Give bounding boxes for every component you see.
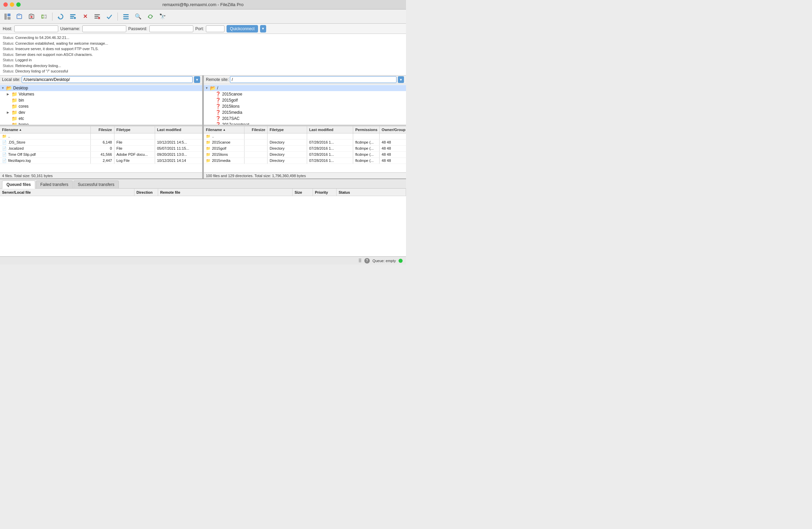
transfer-col-size: Size: [293, 189, 313, 196]
svg-rect-16: [70, 18, 73, 19]
local-tree-item[interactable]: ▶📁dev: [0, 110, 202, 115]
username-input[interactable]: [82, 25, 126, 32]
svg-rect-14: [70, 14, 75, 15]
local-col-filename[interactable]: Filename ▲: [0, 126, 91, 133]
local-dir-tree[interactable]: ▼📂Desktop▶📁Volumes📁bin📁cores▶📁dev📁etc📁ho…: [0, 84, 202, 125]
remote-col-filename[interactable]: Filename ▲: [204, 126, 245, 133]
remote-col-filetype[interactable]: Filetype: [267, 126, 307, 133]
local-file-row[interactable]: 📄filezillapro.log 2,447 Log File 10/12/2…: [0, 158, 202, 164]
remote-col-permissions[interactable]: Permissions: [353, 126, 380, 133]
toolbar: ✕ 🔍 🔭: [0, 10, 406, 24]
find-files-button[interactable]: 🔭: [157, 11, 168, 22]
svg-point-17: [74, 17, 76, 19]
remote-site-bar: Remote site: ▼: [204, 75, 406, 84]
sync-browse-button[interactable]: [145, 11, 156, 22]
search-button[interactable]: 🔍: [133, 11, 144, 22]
local-site-dropdown-button[interactable]: ▼: [194, 76, 200, 83]
svg-rect-4: [18, 14, 20, 15]
local-tree-item[interactable]: 📁home: [0, 121, 202, 125]
remote-site-dropdown-button[interactable]: ▼: [398, 76, 404, 83]
remote-tree-item[interactable]: ▼📂/: [204, 85, 406, 91]
clear-queue-button[interactable]: [92, 11, 103, 22]
local-file-list[interactable]: 📁.. 📄.DS_Store 6,148 File 10/12/2021 14:…: [0, 133, 202, 172]
quickconnect-button[interactable]: Quickconnect: [227, 25, 258, 32]
remote-site-input[interactable]: [230, 76, 396, 83]
remote-file-row[interactable]: 📁2015canoe Directory 07/28/2016 1... flc…: [204, 140, 406, 146]
process-queue-button[interactable]: [68, 11, 78, 22]
status-line: Status: Logged in: [3, 57, 403, 63]
remote-file-list-header: Filename ▲ Filesize Filetype Last modifi…: [204, 126, 406, 133]
transfer-tab[interactable]: Queued files: [2, 181, 35, 189]
site-manager-button[interactable]: [2, 11, 13, 22]
title-bar: remaxmi@ftp.remaxmi.com - FileZilla Pro: [0, 0, 406, 10]
status-line: Status: Server does not support non-ASCI…: [3, 52, 403, 58]
svg-rect-24: [123, 16, 129, 17]
password-input[interactable]: [149, 25, 193, 32]
remote-tree-item[interactable]: ❓2015lions: [204, 103, 406, 110]
toolbar-sep-2: [117, 13, 118, 21]
maximize-button[interactable]: [16, 2, 21, 7]
remote-col-filesize[interactable]: Filesize: [245, 126, 267, 133]
status-line: Status: Connection established, waiting …: [3, 41, 403, 46]
close-button[interactable]: [3, 2, 8, 7]
svg-rect-18: [95, 14, 100, 15]
local-file-row[interactable]: 📁..: [0, 133, 202, 140]
local-col-modified[interactable]: Last modified: [155, 126, 202, 133]
transfer-section: Queued filesFailed transfersSuccessful t…: [0, 178, 406, 256]
local-tree-item[interactable]: ▼📂Desktop: [0, 85, 202, 91]
local-site-label: Local site:: [2, 77, 20, 82]
transfer-queue-content: [0, 196, 406, 256]
transfer-col-remote: Remote file: [158, 189, 293, 196]
local-col-filesize[interactable]: Filesize: [91, 126, 114, 133]
local-tree-item[interactable]: 📁bin: [0, 97, 202, 103]
transfer-tab[interactable]: Successful transfers: [73, 181, 119, 188]
local-tree-item[interactable]: 📁cores: [0, 103, 202, 110]
confirm-button[interactable]: [104, 11, 115, 22]
remote-col-modified[interactable]: Last modified: [307, 126, 353, 133]
username-label: Username:: [60, 26, 80, 31]
remote-file-list[interactable]: 📁.. 📁2015canoe Directory 07/28/2016 1...…: [204, 133, 406, 172]
remote-dir-tree[interactable]: ▼📂/❓2015canoe❓2015golf❓2015lions❓2015med…: [204, 84, 406, 125]
port-input[interactable]: [206, 25, 224, 32]
minimize-button[interactable]: [10, 2, 14, 7]
refresh-button[interactable]: [55, 11, 66, 22]
close-tab-button[interactable]: [26, 11, 37, 22]
local-site-input[interactable]: [22, 76, 193, 83]
window-controls: [3, 2, 21, 7]
toggle-panel-button[interactable]: [39, 11, 49, 22]
local-col-filetype[interactable]: Filetype: [114, 126, 155, 133]
local-tree-item[interactable]: 📁etc: [0, 115, 202, 121]
local-file-row[interactable]: 📄.DS_Store 6,148 File 10/12/2021 14:5...: [0, 140, 202, 146]
cancel-button[interactable]: ✕: [79, 11, 90, 22]
app-status-bar: ⠿ ? Queue: empty: [0, 256, 406, 264]
remote-file-row[interactable]: 📁2015lions Directory 07/28/2016 1... flc…: [204, 152, 406, 158]
remote-panel: Remote site: ▼ ▼📂/❓2015canoe❓2015golf❓20…: [204, 75, 406, 179]
local-file-row[interactable]: 📄.localized 0 File 05/07/2021 11:15...: [0, 146, 202, 152]
local-status-bar: 4 files. Total size: 50,161 bytes: [0, 172, 202, 178]
svg-rect-6: [30, 14, 32, 15]
remote-tree-item[interactable]: ❓2017SAC: [204, 115, 406, 121]
local-file-row[interactable]: 📄Time Off Slip.pdf 41,566 Adobe PDF docu…: [0, 152, 202, 158]
connection-bar: Host: Username: Password: Port: Quickcon…: [0, 24, 406, 34]
remote-file-row[interactable]: 📁2015media Directory 07/28/2016 1... flc…: [204, 158, 406, 164]
remote-col-owner[interactable]: Owner/Group: [380, 126, 406, 133]
transfer-col-status: Status: [337, 189, 406, 196]
new-tab-button[interactable]: [14, 11, 25, 22]
help-icon: ?: [364, 258, 370, 263]
remote-tree-item[interactable]: ❓2017sacretreat: [204, 121, 406, 125]
queue-manager-button[interactable]: [120, 11, 131, 22]
remote-tree-item[interactable]: ❓2015golf: [204, 97, 406, 103]
transfer-tabs: Queued filesFailed transfersSuccessful t…: [0, 179, 406, 189]
remote-file-row[interactable]: 📁2015golf Directory 07/28/2016 1... flcd…: [204, 146, 406, 152]
svg-rect-1: [8, 14, 11, 16]
quickconnect-dropdown-button[interactable]: ▼: [260, 25, 266, 32]
remote-tree-item[interactable]: ❓2015canoe: [204, 91, 406, 97]
transfer-tab[interactable]: Failed transfers: [36, 181, 73, 188]
host-input[interactable]: [14, 25, 58, 32]
transfer-col-priority: Priority: [313, 189, 337, 196]
remote-tree-item[interactable]: ❓2015media: [204, 110, 406, 115]
local-tree-item[interactable]: ▶📁Volumes: [0, 91, 202, 97]
remote-site-label: Remote site:: [206, 77, 229, 82]
password-label: Password:: [128, 26, 147, 31]
remote-file-row[interactable]: 📁..: [204, 133, 406, 140]
